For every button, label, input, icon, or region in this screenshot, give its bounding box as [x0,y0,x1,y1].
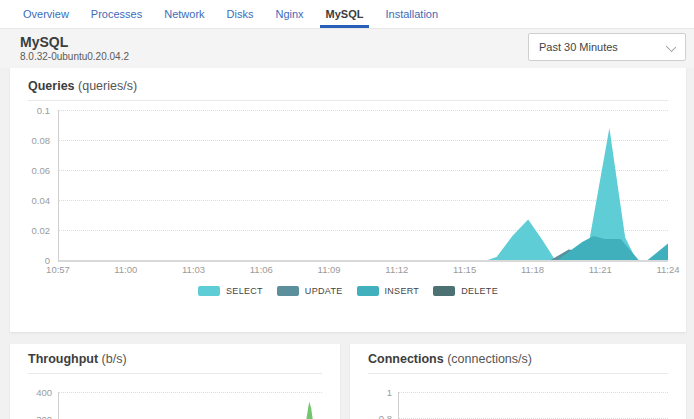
top-nav: OverviewProcessesNetworkDisksNginxMySQLI… [0,0,694,29]
throughput-chart-title: Throughput (b/s) [28,352,322,366]
throughput-y-tick-300: 300 [28,414,52,419]
throughput-title-text: Throughput [28,352,98,366]
queries-chart: 0.10.080.060.040.020 [28,110,668,260]
connections-card: Connections (connections/s) 1 0.8 [350,344,686,419]
tab-overview[interactable]: Overview [17,0,75,28]
legend-item-delete: DELETE [433,286,498,296]
queries-x-tick: 11:12 [385,264,408,275]
queries-plot-area [58,110,668,262]
connections-y-tick-1: 1 [368,387,392,398]
legend-item-insert: INSERT [357,286,420,296]
queries-title-text: Queries [28,79,75,93]
connections-y-tick-0-8: 0.8 [368,413,392,419]
tab-processes[interactable]: Processes [85,0,148,28]
queries-y-axis: 0.10.080.060.040.020 [28,110,54,260]
page-header: MySQL 8.0.32-0ubuntu0.20.04.2 Past 30 Mi… [0,29,694,68]
time-range-value: Past 30 Minutes [539,41,618,53]
queries-y-tick: 0.08 [32,135,51,146]
chevron-down-icon [666,42,676,52]
queries-y-tick: 0.02 [32,225,51,236]
connections-chart-title: Connections (connections/s) [368,352,668,366]
legend-swatch-icon [357,286,379,296]
legend-swatch-icon [277,286,299,296]
connections-title-text: Connections [368,352,444,366]
legend-item-select: SELECT [198,286,263,296]
queries-x-tick: 11:09 [318,264,341,275]
legend-label: UPDATE [305,286,343,296]
queries-x-tick: 11:18 [521,264,544,275]
queries-x-tick: 10:57 [46,264,70,275]
tab-installation[interactable]: Installation [379,0,444,28]
tab-nginx[interactable]: Nginx [269,0,309,28]
legend-label: DELETE [461,286,498,296]
throughput-series-svg [59,391,322,419]
queries-x-tick: 11:21 [589,264,612,275]
tab-disks[interactable]: Disks [221,0,260,28]
throughput-unit-label: (b/s) [102,352,127,366]
series-insert [59,236,668,260]
divider [28,100,668,101]
queries-y-tick: 0.06 [32,165,51,176]
queries-x-tick: 11:00 [114,264,137,275]
queries-x-tick: 11:06 [250,264,273,275]
page-title: MySQL [20,34,68,50]
divider [28,373,322,374]
throughput-card: Throughput (b/s) 400 300 [10,344,340,419]
legend-label: SELECT [226,286,263,296]
mysql-version: 8.0.32-0ubuntu0.20.04.2 [20,51,129,62]
queries-x-axis: 10:5711:0011:0311:0611:0911:1211:1511:18… [58,264,668,278]
queries-chart-title: Queries (queries/s) [28,79,668,93]
queries-card: Queries (queries/s) 0.10.080.060.040.020… [10,68,686,332]
divider [368,373,668,374]
queries-x-tick: 11:15 [453,264,476,275]
throughput-chart: 400 300 [28,381,322,419]
tab-mysql[interactable]: MySQL [320,0,370,28]
connections-plot-area [398,392,668,419]
time-range-select[interactable]: Past 30 Minutes [528,33,686,61]
queries-series-svg [59,110,668,260]
queries-x-tick: 11:24 [656,264,679,275]
legend-swatch-icon [198,286,220,296]
legend-label: INSERT [385,286,420,296]
queries-y-tick: 0.1 [37,105,50,116]
legend-swatch-icon [433,286,455,296]
series-throughput [302,402,316,419]
queries-x-tick: 11:03 [182,264,205,275]
throughput-y-tick-400: 400 [28,387,52,398]
connections-chart: 1 0.8 [368,381,668,419]
series-select [59,128,668,260]
connections-unit-label: (connections/s) [447,352,532,366]
tab-network[interactable]: Network [158,0,210,28]
gridline [399,392,668,393]
queries-legend: SELECTUPDATEINSERTDELETE [28,286,668,296]
queries-unit-label: (queries/s) [78,79,137,93]
queries-y-tick: 0.04 [32,195,51,206]
legend-item-update: UPDATE [277,286,343,296]
mysql-monitoring-page: OverviewProcessesNetworkDisksNginxMySQLI… [0,0,694,419]
throughput-plot-area [58,392,322,419]
